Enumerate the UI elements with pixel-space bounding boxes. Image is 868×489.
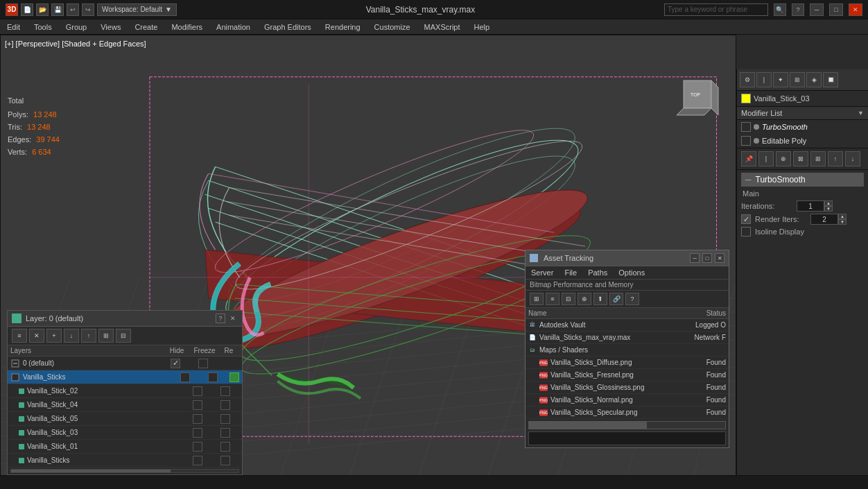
layer-tool-7[interactable]: ⊟ (116, 329, 131, 343)
mod-pin-btn[interactable]: 📌 (741, 151, 756, 166)
asset-tool-4[interactable]: ⊕ (578, 293, 591, 305)
layer-tool-1[interactable]: ≡ (12, 329, 27, 343)
maximize-button[interactable]: □ (829, 3, 843, 16)
menu-edit[interactable]: Edit (0, 19, 27, 35)
layer-row-sticks2[interactable]: Vanilla_Sticks (8, 454, 242, 467)
asset-submenu[interactable]: Bitmap Performance and Memory (526, 280, 729, 291)
asset-row-glossiness[interactable]: PNG Vanilla_Sticks_Glossiness.png Found (526, 381, 729, 394)
layer-stick03-hide[interactable] (193, 428, 202, 438)
workspace-dropdown[interactable]: Workspace: Default ▼ (97, 3, 177, 16)
asset-row-normal[interactable]: PNG Vanilla_Sticks_Normal.png Found (526, 394, 729, 406)
layer-tool-2[interactable]: ✕ (29, 329, 44, 343)
layer-tool-4[interactable]: ↓ (64, 329, 79, 343)
menu-rendering[interactable]: Rendering (318, 19, 367, 35)
asset-row-specular[interactable]: PNG Vanilla_Sticks_Specular.png Found (526, 406, 729, 419)
layer-row-stick04[interactable]: Vanilla_Stick_04 (8, 398, 242, 412)
panel-icon-6[interactable]: 🔲 (823, 72, 838, 87)
layer-panel-close[interactable]: ✕ (228, 314, 238, 323)
minimize-button[interactable]: ─ (810, 3, 824, 16)
asset-row-vault[interactable]: 🏛 Autodesk Vault Logged O (526, 319, 729, 332)
layer-vanilla-hide[interactable] (180, 372, 190, 382)
layer-row-default[interactable]: 0 (default) ✓ (8, 357, 242, 370)
asset-tool-1[interactable]: ⊞ (530, 293, 544, 305)
close-button[interactable]: ✕ (849, 3, 862, 16)
layer-tool-5[interactable]: ↑ (81, 329, 96, 343)
object-color-swatch[interactable] (741, 94, 751, 103)
search-box[interactable]: Type a keyword or phrase (664, 3, 768, 16)
ts-render-down[interactable]: ▼ (838, 219, 847, 225)
layer-row-stick05[interactable]: Vanilla_Stick_05 (8, 412, 242, 426)
ts-render-up[interactable]: ▲ (838, 214, 847, 219)
modifier-turbosmooth[interactable]: TurboSmooth (737, 120, 868, 134)
layer-sticks2-hide[interactable] (193, 456, 202, 465)
mod-icon-d[interactable]: ⊞ (810, 151, 826, 166)
asset-input-bar[interactable] (528, 431, 726, 445)
save-file-icon[interactable]: 💾 (51, 3, 64, 16)
menu-tools[interactable]: Tools (27, 19, 59, 35)
new-file-icon[interactable]: 📄 (21, 3, 33, 16)
asset-row-maxfile[interactable]: 📄 Vanilla_Sticks_max_vray.max Network F (526, 332, 729, 344)
layer-default-hide[interactable]: ✓ (171, 359, 180, 368)
search-icon[interactable]: 🔍 (774, 3, 786, 16)
asset-tool-7[interactable]: ? (625, 293, 639, 305)
menu-help[interactable]: Help (467, 19, 497, 35)
layer-row-stick02[interactable]: Vanilla_Stick_02 (8, 384, 242, 398)
asset-scrollbar-thumb[interactable] (529, 422, 647, 429)
ts-iter-up[interactable]: ▲ (824, 200, 833, 206)
asset-tool-3[interactable]: ⊟ (562, 293, 575, 305)
asset-row-diffuse[interactable]: PNG Vanilla_Sticks_Diffuse.png Found (526, 357, 729, 369)
layer-stick04-hide[interactable] (193, 400, 202, 410)
layer-stick05-freeze[interactable] (220, 414, 230, 424)
menu-maxscript[interactable]: MAXScript (417, 19, 467, 35)
asset-menu-file[interactable]: File (562, 268, 580, 277)
menu-create[interactable]: Create (128, 19, 164, 35)
ts-render-iters-input[interactable]: 2 (810, 214, 838, 225)
modifier-editable-poly[interactable]: Editable Poly (737, 134, 868, 148)
layer-row-stick01[interactable]: Vanilla_Stick_01 (8, 440, 242, 454)
modifier-list-header[interactable]: Modifier List ▼ (737, 107, 868, 120)
layer-stick01-freeze[interactable] (220, 442, 230, 452)
navigation-cube[interactable]: TOP (673, 77, 722, 127)
layer-row-stick03[interactable]: Vanilla_Stick_03 (8, 426, 242, 440)
layer-default-freeze[interactable] (198, 359, 208, 368)
panel-icon-1[interactable]: ⚙ (740, 72, 755, 87)
menu-graph-editors[interactable]: Graph Editors (257, 19, 318, 35)
asset-close-btn[interactable]: ✕ (715, 253, 724, 263)
mod-icon-b[interactable]: ⊕ (776, 151, 791, 166)
layer-stick02-hide[interactable] (193, 386, 202, 396)
mod-icon-c[interactable]: ⊠ (793, 151, 808, 166)
undo-icon[interactable]: ↩ (67, 3, 79, 16)
ts-iterations-spinner[interactable]: ▲ ▼ (824, 200, 833, 212)
menu-group[interactable]: Group (59, 19, 94, 35)
ts-iterations-input[interactable]: 1 (797, 200, 824, 212)
panel-icon-5[interactable]: ◈ (806, 72, 822, 87)
mod-icon-a[interactable]: | (758, 151, 774, 166)
panel-icon-3[interactable]: ✦ (773, 72, 788, 87)
panel-icon-2[interactable]: | (756, 72, 772, 87)
asset-tool-6[interactable]: 🔗 (609, 293, 623, 305)
ts-iter-down[interactable]: ▼ (824, 206, 833, 212)
layer-panel-help[interactable]: ? (216, 314, 225, 323)
asset-scrollbar[interactable] (528, 421, 726, 429)
asset-tool-2[interactable]: ≡ (546, 293, 559, 305)
layer-stick01-hide[interactable] (193, 442, 202, 452)
mod-icon-e[interactable]: ↑ (828, 151, 843, 166)
modifier-turbosmooth-check[interactable] (741, 122, 751, 132)
layer-tool-6[interactable]: ⊞ (98, 329, 114, 343)
modifier-editable-poly-check[interactable] (741, 136, 751, 146)
menu-views[interactable]: Views (94, 19, 128, 35)
menu-modifiers[interactable]: Modifiers (164, 19, 209, 35)
menu-customize[interactable]: Customize (367, 19, 417, 35)
asset-row-fresnel[interactable]: PNG Vanilla_Sticks_Fresnel.png Found (526, 369, 729, 381)
asset-restore-btn[interactable]: □ (702, 253, 712, 263)
asset-tool-5[interactable]: ⬆ (593, 293, 607, 305)
layer-stick03-freeze[interactable] (220, 428, 230, 438)
menu-animation[interactable]: Animation (209, 19, 257, 35)
asset-menu-paths[interactable]: Paths (585, 268, 610, 277)
layer-stick05-hide[interactable] (193, 414, 202, 424)
ts-render-iters-check[interactable]: ✓ (741, 214, 751, 224)
asset-menu-server[interactable]: Server (528, 268, 556, 277)
ts-render-spinner[interactable]: ▲ ▼ (838, 214, 847, 225)
asset-menu-options[interactable]: Options (616, 268, 648, 277)
layer-vanilla-freeze[interactable] (208, 372, 218, 382)
